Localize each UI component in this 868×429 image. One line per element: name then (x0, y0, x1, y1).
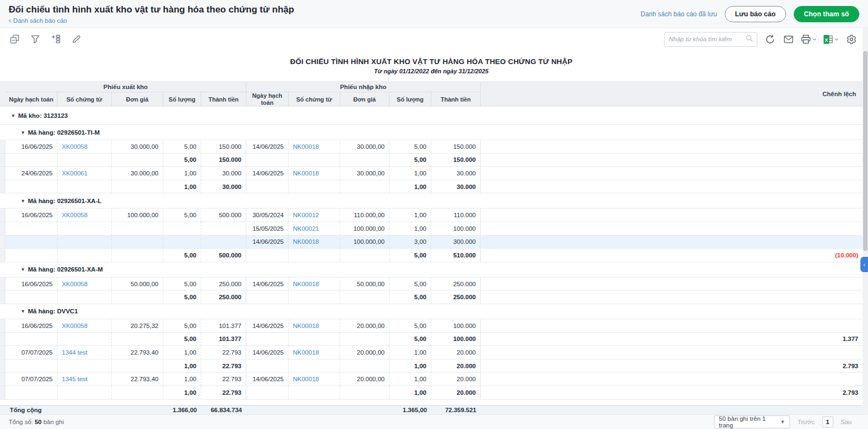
diff-cell (481, 236, 863, 249)
collapse-triangle-icon[interactable]: ▾ (22, 267, 24, 272)
diff-cell: 2.793 (481, 359, 863, 373)
voucher-link[interactable]: NK00018 (293, 349, 319, 356)
voucher-link[interactable]: 1345 test (62, 376, 87, 382)
diff-cell (481, 154, 863, 167)
voucher-link[interactable]: NK00021 (293, 225, 319, 232)
table-row[interactable]: 5,00150.0005,00150.000 (0, 154, 863, 167)
column-header: Số lượng (390, 92, 431, 106)
group-row[interactable]: ▾Mã hàng: 02926501-TI-M (0, 125, 863, 140)
total-in-amount: 72.359.521 (431, 406, 481, 414)
voucher-link[interactable]: NK00018 (293, 170, 319, 176)
chevron-down-icon (834, 37, 839, 41)
table-row[interactable]: 07/07/20251344 test22.793,401,0022.79314… (0, 346, 863, 359)
edit-icon[interactable] (71, 33, 82, 45)
collapse-triangle-icon[interactable]: ▾ (22, 198, 24, 204)
refresh-icon[interactable] (764, 33, 776, 45)
table-row[interactable]: 16/06/2025XK0005820.275,325,00101.37714/… (0, 319, 863, 333)
table-header: Phiếu xuất kho Ngày hạch toánSố chứng từ… (0, 81, 863, 106)
collapse-triangle-icon[interactable]: ▾ (22, 130, 24, 135)
table-row[interactable]: 1,0022.7931,0020.0002.793 (0, 359, 863, 373)
grand-total-label: Tổng cộng (0, 407, 163, 413)
table-row[interactable]: 15/05/2025NK00021100.000,001,00100.000 (0, 222, 863, 236)
gutter-column (0, 249, 5, 262)
search-input[interactable] (669, 36, 745, 42)
diff-cell (481, 222, 863, 235)
column-header: Thành tiền (431, 92, 481, 106)
next-page-button[interactable]: Sau (841, 419, 852, 425)
filter-icon[interactable] (29, 33, 41, 45)
voucher-link[interactable]: 1344 test (62, 349, 87, 356)
voucher-link[interactable]: XK00058 (62, 212, 87, 218)
voucher-link[interactable]: XK00058 (62, 143, 87, 150)
voucher-link[interactable]: NK00018 (293, 323, 319, 329)
diff-cell (481, 346, 863, 359)
diff-cell (481, 180, 863, 193)
group-row[interactable]: ▾Mã hàng: DVVC1 (0, 304, 863, 319)
add-row-icon[interactable] (50, 33, 62, 45)
column-header: Ngày hạch toán (246, 92, 289, 106)
table-row[interactable]: 5,00101.3775,00100.0001.377 (0, 333, 863, 346)
side-panel-toggle[interactable]: ‹ (860, 257, 868, 272)
group-row-label: Mã hàng: DVVC1 (28, 308, 78, 314)
table-body: ▾Mã kho: 3123123▾Mã hàng: 02926501-TI-M1… (0, 106, 863, 405)
report-page: Đối chiếu tình hình xuất kho vật tư hàng… (0, 0, 868, 429)
excel-export-icon[interactable]: x (823, 34, 839, 45)
back-link[interactable]: ‹ Danh sách báo cáo (9, 17, 67, 24)
topbar: Đối chiếu tình hình xuất kho vật tư hàng… (0, 0, 868, 28)
choose-params-button[interactable]: Chọn tham số (794, 6, 859, 22)
table-row[interactable]: 14/06/2025NK00018100.000,003,00300.000 (0, 236, 863, 249)
vertical-scrollbar-thumb[interactable] (863, 51, 867, 251)
collapse-triangle-icon[interactable]: ▾ (22, 308, 24, 314)
voucher-link[interactable]: NK00018 (293, 281, 319, 287)
chevron-left-icon: ‹ (863, 261, 865, 268)
voucher-link[interactable]: NK00012 (293, 212, 319, 218)
group-row-label: Mã hàng: 02926501-TI-M (28, 129, 100, 136)
saved-reports-link[interactable]: Danh sách báo cáo đã lưu (641, 10, 717, 18)
voucher-link[interactable]: NK00018 (293, 143, 319, 150)
prev-page-button[interactable]: Trước (797, 419, 814, 425)
page-size-select[interactable]: 50 bản ghi trên 1 trang ▼ (714, 415, 790, 428)
gutter-column (0, 236, 5, 249)
record-count-value: 50 (35, 419, 42, 425)
mail-icon[interactable] (782, 33, 794, 45)
diff-cell: 1.377 (481, 333, 863, 346)
save-report-button[interactable]: Lưu báo cáo (725, 6, 786, 22)
column-header: Đơn giá (112, 92, 163, 106)
voucher-link[interactable]: XK00058 (62, 323, 87, 329)
table-row[interactable]: 16/06/2025XK0005830.000,005,00150.00014/… (0, 140, 863, 154)
table-row[interactable]: 16/06/2025XK0005850.000,005,00250.00014/… (0, 277, 863, 291)
current-page-box[interactable]: 1 (822, 417, 833, 427)
pagination: 50 bản ghi trên 1 trang ▼ Trước 1 Sau (714, 415, 852, 428)
gutter-column (0, 359, 5, 373)
gutter-column (0, 386, 5, 399)
duplicate-icon[interactable] (9, 33, 21, 45)
print-icon[interactable] (801, 34, 816, 45)
diff-cell (481, 140, 863, 153)
voucher-link[interactable]: NK00018 (293, 376, 319, 382)
vertical-scrollbar-track[interactable] (863, 28, 868, 415)
diff-cell (481, 319, 863, 332)
collapse-triangle-icon[interactable]: ▾ (12, 113, 15, 118)
total-out-qty: 1.366,00 (163, 406, 201, 414)
voucher-link[interactable]: XK00061 (62, 170, 87, 176)
settings-icon[interactable] (845, 33, 857, 45)
table-row[interactable]: 5,00250.0005,00250.000 (0, 291, 863, 304)
group-header-in: Phiếu nhập kho (246, 82, 481, 92)
table-row[interactable]: 5,00500.0005,00510.000(10.000) (0, 249, 863, 262)
table-row[interactable]: 24/06/2025XK0006130.000,001,0030.00014/0… (0, 167, 863, 180)
table-row[interactable]: 1,0022.7931,0020.0002.793 (0, 386, 863, 400)
group-row[interactable]: ▾Mã hàng: 02926501-XA-M (0, 262, 863, 277)
voucher-link[interactable]: NK00018 (293, 238, 319, 245)
report-date-range: Từ ngày 01/12/2022 đến ngày 31/12/2025 (0, 68, 863, 74)
chevron-left-icon: ‹ (9, 18, 11, 23)
group-row[interactable]: ▾Mã kho: 3123123 (0, 106, 863, 125)
table-row[interactable]: 07/07/20251345 test22.793,401,0022.79314… (0, 373, 863, 386)
table-row[interactable]: 1,0030.0001,0030.000 (0, 180, 863, 194)
table-row[interactable]: 16/06/2025XK00058100.000,005,00500.00030… (0, 209, 863, 222)
gutter-column (0, 167, 5, 180)
gutter-column (0, 373, 5, 386)
group-row[interactable]: ▾Mã hàng: 02926501-XA-L (0, 193, 863, 209)
gutter-column (0, 277, 5, 291)
diff-cell (481, 277, 863, 291)
voucher-link[interactable]: XK00058 (62, 281, 87, 287)
